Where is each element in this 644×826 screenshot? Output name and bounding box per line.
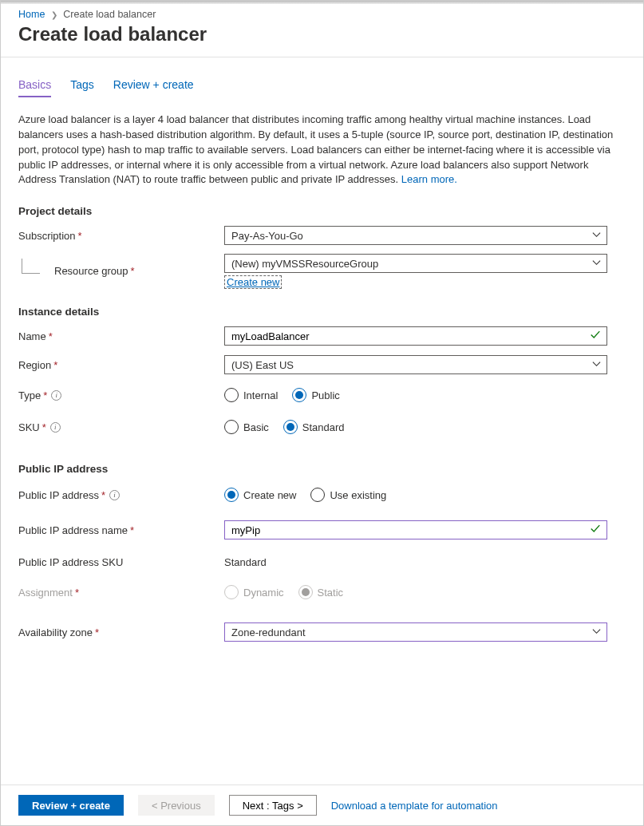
- label-type: Type* i: [18, 389, 224, 401]
- tabs: Basics Tags Review + create: [18, 78, 626, 98]
- section-instance-details: Instance details: [18, 306, 626, 318]
- label-resource-group: Resource group*: [18, 263, 224, 279]
- label-sku: SKU* i: [18, 421, 224, 433]
- label-public-ip-sku: Public IP address SKU: [18, 556, 224, 568]
- page-title: Create load balancer: [1, 23, 643, 57]
- previous-button: < Previous: [138, 795, 215, 816]
- info-icon[interactable]: i: [50, 422, 61, 433]
- breadcrumb-current: Create load balancer: [63, 9, 156, 20]
- label-public-ip: Public IP address* i: [18, 489, 224, 501]
- next-button[interactable]: Next : Tags >: [229, 795, 317, 816]
- tab-review[interactable]: Review + create: [113, 78, 194, 97]
- footer: Review + create < Previous Next : Tags >…: [1, 785, 643, 825]
- public-ip-sku-value: Standard: [224, 556, 267, 568]
- review-create-button[interactable]: Review + create: [18, 795, 124, 816]
- info-icon[interactable]: i: [109, 490, 120, 500]
- sku-radio-group: Basic Standard: [224, 420, 607, 434]
- assignment-dynamic-radio: Dynamic: [224, 585, 284, 599]
- type-internal-radio[interactable]: Internal: [224, 388, 278, 402]
- assignment-static-radio: Static: [298, 585, 344, 599]
- create-new-link[interactable]: Create new: [224, 275, 282, 289]
- chevron-right-icon: ❯: [51, 10, 57, 19]
- assignment-radio-group: Dynamic Static: [224, 585, 607, 599]
- section-project-details: Project details: [18, 205, 626, 217]
- public-ip-name-input[interactable]: [224, 520, 607, 539]
- sku-standard-radio[interactable]: Standard: [283, 420, 345, 434]
- label-assignment: Assignment*: [18, 587, 224, 599]
- resource-group-select[interactable]: (New) myVMSSResourceGroup: [224, 254, 607, 273]
- type-radio-group: Internal Public: [224, 388, 607, 402]
- section-public-ip: Public IP address: [18, 463, 626, 475]
- check-icon: [590, 330, 601, 343]
- subscription-select[interactable]: Pay-As-You-Go: [224, 226, 607, 245]
- label-public-ip-name: Public IP address name*: [18, 524, 224, 536]
- label-region: Region*: [18, 359, 224, 371]
- public-ip-create-radio[interactable]: Create new: [224, 488, 296, 502]
- public-ip-radio-group: Create new Use existing: [224, 488, 607, 502]
- public-ip-existing-radio[interactable]: Use existing: [310, 488, 386, 502]
- label-availability-zone: Availability zone*: [18, 626, 224, 638]
- availability-zone-select[interactable]: Zone-redundant: [224, 622, 607, 642]
- sku-basic-radio[interactable]: Basic: [224, 420, 269, 434]
- download-template-link[interactable]: Download a template for automation: [331, 800, 498, 812]
- info-icon[interactable]: i: [51, 390, 61, 401]
- type-public-radio[interactable]: Public: [292, 388, 339, 402]
- label-subscription: Subscription*: [18, 230, 224, 242]
- check-icon: [590, 524, 601, 537]
- breadcrumb: Home ❯ Create load balancer: [1, 4, 643, 23]
- label-name: Name*: [18, 330, 224, 342]
- region-select[interactable]: (US) East US: [224, 355, 607, 374]
- tab-basics[interactable]: Basics: [18, 78, 51, 97]
- breadcrumb-home[interactable]: Home: [18, 9, 45, 20]
- name-input[interactable]: [224, 326, 607, 346]
- tab-tags[interactable]: Tags: [70, 78, 94, 97]
- learn-more-link[interactable]: Learn more.: [401, 173, 457, 185]
- description: Azure load balancer is a layer 4 load ba…: [18, 113, 626, 188]
